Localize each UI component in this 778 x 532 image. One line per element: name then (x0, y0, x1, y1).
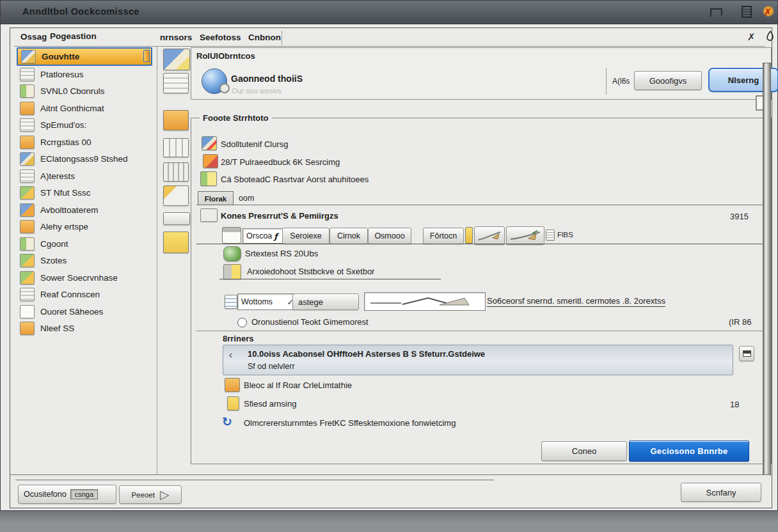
draw-tool-button[interactable] (474, 226, 505, 245)
wottoms-combo-value: Wottoms (241, 297, 273, 306)
settings-button[interactable]: Scnfany (681, 483, 761, 502)
radio-label[interactable]: Oronustienol Teokt Gimemorest (251, 317, 369, 327)
bottom-row-label[interactable]: Bleoc al If Roar CrleLimtathie (244, 380, 352, 390)
sidebar-item[interactable]: Cgoont (17, 235, 152, 253)
printer-list-line1: 10.0oiss Acabonsel OHfftoeH Asterses B S… (248, 349, 485, 359)
screen: { "window": { "title": "Anndltbol Oockco… (0, 0, 778, 532)
tab-ossag[interactable]: Ossag (20, 32, 47, 42)
restore-icon[interactable] (740, 6, 754, 18)
list-icon (225, 295, 237, 309)
sidebar-item[interactable]: Alehy ertspe (17, 219, 152, 236)
report-icon[interactable] (163, 185, 189, 206)
sidebar-item[interactable]: Avbolttoaterem (17, 201, 152, 219)
group-item-label[interactable]: 28/T Pulraeedbuck 6K Sesrcimg (221, 157, 340, 167)
toolbar-button[interactable]: Fôrtocn (423, 228, 464, 244)
close-icon[interactable]: ✗ (761, 6, 775, 18)
titlebar[interactable]: Anndltbol Oockcomissce ✗ (1, 1, 777, 24)
radio-button[interactable] (237, 318, 247, 327)
sidebar-item[interactable]: Nleef SS (17, 320, 152, 338)
connect-divider (606, 68, 607, 95)
restore-glyph (742, 6, 752, 18)
sidebar-item-label: Avbolttoaterem (40, 205, 99, 215)
category-icon (20, 237, 35, 251)
list-detail-button[interactable] (739, 346, 754, 361)
category-icon (20, 118, 35, 132)
toolbar-button[interactable]: Seroiexe (282, 228, 329, 244)
layout-icon[interactable] (163, 49, 190, 70)
bottom-row-label[interactable]: Olmcrerersturnmtes FretKC Sffesktemoxion… (244, 418, 456, 428)
mini-tab[interactable]: Florak (198, 191, 234, 205)
printers-label: 8rriners (223, 334, 253, 343)
printer-row-value: 3915 (730, 212, 749, 221)
form-icon[interactable] (163, 73, 189, 93)
cancel-button[interactable]: Coneo (541, 441, 627, 461)
delete-icon[interactable]: ✗ (747, 31, 756, 43)
printer-list-line2: Sf od nelvlerr (248, 362, 295, 371)
folder-icon[interactable] (163, 110, 189, 130)
sidebar-item[interactable]: Reaf Connscen (17, 286, 152, 304)
printer-icon (200, 208, 218, 222)
folder-red-icon (203, 154, 218, 168)
tray-icon[interactable] (163, 212, 190, 225)
series-row-label[interactable]: Srtextest RS 20Ubs (245, 249, 318, 258)
pen-nib-icon[interactable] (765, 30, 775, 45)
category-icon (20, 220, 35, 233)
category-icon (20, 322, 35, 335)
sidebar-item[interactable]: Sower Soecrvnhase (17, 269, 152, 286)
section-header: RolUlObrntcos (191, 47, 772, 65)
toolbar-button[interactable]: Osmooo (368, 228, 411, 244)
category-sidebar: Gouvhtte Ptatloresus SVNL0 Cbonruls Aitn… (17, 47, 152, 337)
marker-icon[interactable] (465, 227, 473, 244)
abs-label: FlBS (557, 231, 573, 239)
line-style-dropdown[interactable] (364, 292, 486, 311)
panel-icon (222, 227, 241, 244)
folder-icon (225, 378, 240, 392)
group-item-label[interactable]: Cá SboteadC Rasrtvar Aorst ahuhitoees (221, 175, 369, 184)
window-shadow (0, 511, 778, 532)
vertical-scrollbar[interactable] (763, 63, 771, 476)
configure-button[interactable]: Gooofigvs (634, 71, 702, 90)
sidebar-item[interactable]: Ptatloresus (17, 66, 152, 83)
bottom-groove (15, 480, 494, 481)
printer-listbox[interactable]: ‹ 10.0oiss Acabonsel OHfftoeH Asterses B… (223, 345, 733, 375)
orscoa-combo[interactable]: Orscoaƒ (242, 228, 287, 244)
group-item-label[interactable]: Sdolltutenif Clursg (221, 139, 289, 149)
sidebar-item[interactable]: SVNL0 Cbonruls (17, 83, 152, 100)
sidebar-item[interactable]: Aitnt Gonthicmat (17, 100, 152, 117)
sidebar-item[interactable]: Rcrrgstias 00 (17, 134, 152, 151)
section-header-title: RolUlObrntcos (196, 51, 255, 61)
note-icon[interactable] (163, 231, 189, 253)
sidebar-item[interactable]: Szotes (17, 253, 152, 270)
grid-icon[interactable] (163, 162, 189, 182)
sidebar-item[interactable]: EClatongsass9 Stshed (17, 151, 152, 168)
swoosh-icon (477, 230, 502, 242)
swoosh-wide-icon (509, 230, 541, 242)
chart-icon (202, 136, 217, 150)
apply-button[interactable]: Geciosono Bnnrbe (629, 441, 749, 462)
bottom-row-label[interactable]: Sfiesd arnsing (244, 399, 296, 409)
astege-button[interactable]: astege (292, 293, 359, 310)
minimize-icon[interactable] (710, 6, 724, 18)
sidebar-item[interactable]: Gouvhtte (17, 47, 152, 66)
sidebar-item[interactable]: ST Nfut Sssc (17, 185, 152, 202)
tab-pogeastion[interactable]: Pogeastion (50, 31, 97, 41)
sidebar-item[interactable]: SpEmud'os: (17, 117, 152, 134)
split-button-part[interactable]: csnga (70, 489, 98, 499)
table-icon[interactable] (163, 138, 189, 157)
sidebar-item-label: Rcrrgstias 00 (40, 137, 91, 147)
tab-cnbnon[interactable]: Cnbnon (248, 33, 281, 42)
zigzag-icon (368, 295, 474, 308)
printer-row-label[interactable]: Kones Presrrut'S & Pemiirgzs (221, 211, 338, 221)
preview-button[interactable]: Peeoet ▷ (119, 485, 182, 504)
toolbar-button[interactable]: Cirnok (329, 228, 368, 244)
annotation-row-label[interactable]: Arxoiedohoot Ststbckve ot Sxetbor (247, 267, 374, 276)
sidebar-item[interactable]: A)terests (17, 168, 152, 185)
sidebar-item[interactable]: Ouoret Sâheoes (17, 303, 152, 320)
split-button[interactable]: Ocusitefono csnga (18, 485, 116, 504)
wottoms-combo[interactable]: Wottoms✓ (237, 293, 298, 310)
bottom-row-value: 18 (730, 400, 739, 409)
tool-strip (161, 49, 191, 471)
tab-nrnsors[interactable]: nrnsors (160, 33, 192, 42)
curve-tool-button[interactable] (506, 226, 544, 245)
tab-seefotoss[interactable]: Seefotoss (200, 33, 241, 42)
